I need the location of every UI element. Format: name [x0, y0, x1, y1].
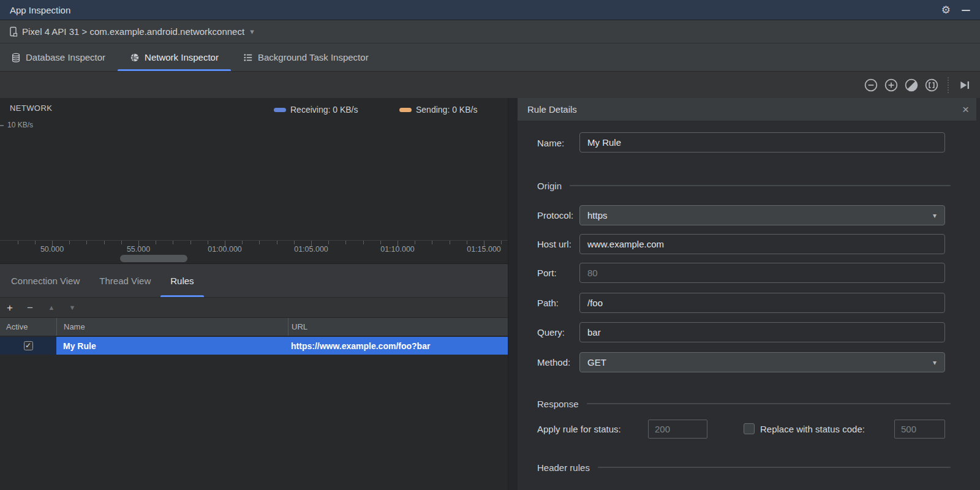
axis-tick	[86, 241, 87, 244]
panel-splitter[interactable]	[508, 98, 518, 490]
replace-status-label: Replace with status code:	[760, 424, 865, 434]
port-input[interactable]	[579, 263, 945, 283]
rules-toolbar: + − ▲ ▼	[0, 297, 508, 317]
database-icon	[11, 53, 21, 62]
add-rule-icon[interactable]: +	[5, 303, 15, 313]
zoom-in-icon[interactable]	[883, 77, 899, 93]
window-title: App Inspection	[10, 5, 70, 15]
axis-tick	[190, 241, 191, 244]
y-axis-tick	[0, 125, 4, 126]
origin-section-header: Origin	[537, 178, 951, 193]
axis-tick	[363, 241, 364, 244]
protocol-value: https	[587, 210, 608, 221]
rule-active-cell: ✓	[0, 337, 56, 355]
query-input[interactable]	[579, 322, 945, 342]
section-divider	[598, 467, 951, 468]
axis-tick-label: 01:00.000	[208, 245, 242, 254]
apply-status-input[interactable]	[648, 420, 707, 439]
axis-tick-label: 50.000	[40, 245, 64, 254]
move-down-icon[interactable]: ▼	[67, 304, 77, 311]
legend-receiving: Receiving: 0 KB/s	[274, 104, 358, 115]
axis-tick	[156, 241, 156, 244]
zoom-to-selection-icon[interactable]	[924, 77, 940, 93]
protocol-select[interactable]: https ▾	[579, 205, 945, 225]
axis-tick	[104, 241, 105, 244]
path-input[interactable]	[579, 293, 945, 313]
jump-to-live-icon[interactable]	[957, 77, 973, 93]
name-input[interactable]	[579, 132, 945, 153]
tab-thread-view[interactable]: Thread View	[89, 264, 160, 297]
close-icon[interactable]: ×	[962, 104, 969, 115]
axis-tick	[277, 241, 277, 244]
check-icon: ✓	[25, 342, 31, 349]
port-label: Port:	[537, 268, 557, 278]
rule-name: My Rule	[63, 341, 96, 351]
section-divider	[570, 185, 951, 186]
device-process-bar[interactable]: Pixel 4 API 31 > com.example.android.net…	[0, 20, 980, 43]
tab-label: Background Task Inspector	[258, 52, 369, 62]
host-label: Host url:	[537, 239, 571, 249]
column-header-active[interactable]: Active	[0, 318, 56, 336]
timeline-scrollbar-thumb[interactable]	[120, 255, 187, 262]
axis-tick-label: 55.000	[127, 245, 150, 254]
toolbar-separator	[948, 77, 949, 93]
axis-tick	[415, 241, 415, 244]
y-axis-label: 10 KB/s	[7, 121, 33, 129]
titlebar: App Inspection ⚙	[0, 0, 980, 20]
replace-status-input[interactable]	[894, 420, 945, 439]
response-section-header: Response	[537, 396, 951, 411]
zoom-out-icon[interactable]	[863, 77, 879, 93]
axis-tick	[173, 241, 173, 244]
tab-label: Network Inspector	[145, 52, 219, 62]
axis-tick	[69, 241, 70, 244]
move-up-icon[interactable]: ▲	[47, 304, 56, 311]
settings-gear-icon[interactable]: ⚙	[941, 5, 951, 15]
rule-details-panel: Rule Details × Name: Origin Protocol: ht…	[518, 98, 976, 490]
axis-tick	[432, 241, 432, 244]
column-header-url[interactable]: URL	[288, 318, 508, 336]
tab-label: Rules	[170, 276, 194, 286]
method-select[interactable]: GET ▾	[579, 352, 945, 372]
reset-zoom-icon[interactable]	[903, 77, 919, 93]
panel-title: Rule Details	[527, 104, 577, 115]
minimize-icon[interactable]	[962, 10, 970, 11]
rules-table-header: Active Name URL	[0, 317, 508, 336]
table-row[interactable]: ✓ My Rule https://www.example.com/foo?ba…	[0, 337, 508, 355]
tab-network-inspector[interactable]: Network Inspector	[118, 43, 231, 71]
rule-url-cell: https://www.example.com/foo?bar	[288, 337, 508, 355]
axis-tick	[294, 241, 295, 244]
sending-swatch	[399, 108, 412, 112]
tab-rules[interactable]: Rules	[160, 264, 203, 297]
apply-status-label: Apply rule for status:	[537, 424, 621, 434]
axis-tick	[18, 241, 18, 244]
inspector-tabs-bar: Database Inspector Network Inspector	[0, 43, 980, 71]
tab-database-inspector[interactable]: Database Inspector	[0, 43, 118, 71]
path-label: Path:	[537, 298, 559, 308]
view-tabs-bar: Connection View Thread View Rules	[0, 264, 508, 297]
globe-icon	[130, 53, 140, 62]
response-section-label: Response	[537, 399, 579, 409]
header-rules-section-header: Header rules	[537, 460, 951, 475]
tab-label: Database Inspector	[26, 52, 105, 62]
rules-section: Connection View Thread View Rules + − ▲ …	[0, 263, 508, 490]
axis-tick	[345, 241, 346, 244]
origin-section-label: Origin	[537, 181, 562, 191]
network-chart-panel: NETWORK Receiving: 0 KB/s Sending: 0 KB/…	[0, 98, 508, 490]
rule-name-cell: My Rule	[56, 337, 288, 355]
remove-rule-icon[interactable]: −	[25, 303, 35, 313]
method-value: GET	[587, 357, 606, 368]
method-label: Method:	[537, 357, 570, 368]
dropdown-arrow-icon: ▾	[933, 358, 937, 367]
rule-details-header: Rule Details ×	[518, 98, 976, 121]
axis-tick	[259, 241, 260, 244]
column-header-name[interactable]: Name	[56, 318, 288, 336]
replace-status-checkbox[interactable]	[744, 423, 755, 434]
host-input[interactable]	[579, 234, 945, 254]
tab-connection-view[interactable]: Connection View	[1, 264, 89, 297]
dropdown-arrow-icon: ▾	[933, 211, 937, 220]
rule-active-checkbox[interactable]: ✓	[24, 341, 33, 350]
legend-sending: Sending: 0 KB/s	[399, 104, 477, 115]
axis-tick-label: 01:10.000	[380, 245, 415, 254]
tab-background-task-inspector[interactable]: Background Task Inspector	[231, 43, 381, 71]
timeline-toolbar	[0, 71, 980, 98]
